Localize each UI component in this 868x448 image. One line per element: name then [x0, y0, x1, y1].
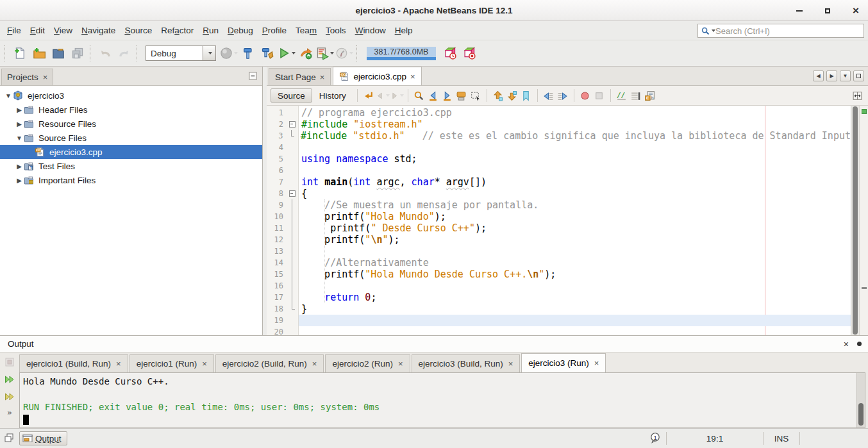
rerun-icon[interactable] — [3, 373, 17, 386]
code-line-11[interactable]: 11 printf(" Desde Curso C++"); — [267, 222, 851, 234]
code-line-1[interactable]: 1// programa ejercicio3.cpp — [267, 107, 851, 119]
code-line-12[interactable]: 12 printf("\n"); — [267, 234, 851, 245]
code-line-3[interactable]: 3#include "stdio.h" // este es el cambio… — [267, 130, 851, 142]
previous-bookmark-icon[interactable] — [491, 88, 505, 103]
menu-team[interactable]: Team — [291, 22, 321, 40]
tab-close-icon[interactable]: × — [594, 359, 599, 367]
find-next-icon[interactable] — [440, 88, 455, 103]
search-icon[interactable] — [701, 26, 710, 36]
shift-left-icon[interactable] — [542, 88, 556, 103]
menu-window[interactable]: Window — [351, 22, 390, 40]
projects-tab-close-icon[interactable]: × — [43, 73, 48, 81]
stop-macro-icon[interactable] — [592, 88, 606, 103]
back-icon[interactable] — [376, 88, 390, 103]
find-previous-icon[interactable] — [426, 88, 440, 103]
clean-build-icon[interactable] — [258, 44, 276, 62]
menu-profile[interactable]: Profile — [258, 22, 291, 40]
run-project-icon[interactable] — [278, 44, 296, 62]
output-scrollbar[interactable] — [856, 373, 865, 427]
code-fold-start-icon[interactable] — [286, 188, 299, 199]
code-line-8[interactable]: 8{ — [267, 188, 851, 199]
editor-tab-start-page[interactable]: Start Page× — [269, 68, 331, 85]
menu-tools[interactable]: Tools — [321, 22, 351, 40]
tab-close-icon[interactable]: × — [398, 360, 403, 368]
source-view-button[interactable]: Source — [271, 88, 312, 103]
memory-indicator[interactable]: 381.7/768.0MB — [367, 47, 436, 60]
scroll-tabs-right-icon[interactable]: ▶ — [826, 71, 837, 81]
code-line-17[interactable]: 17 return 0; — [267, 292, 851, 303]
code-line-13[interactable]: 13 — [267, 245, 851, 257]
editor-scrollbar[interactable] — [851, 106, 859, 335]
new-project-icon[interactable] — [30, 44, 48, 62]
comment-icon[interactable]: // — [615, 88, 629, 103]
expand-arrow-icon[interactable]: ▶ — [15, 106, 24, 113]
minimize-panel-icon[interactable] — [248, 71, 258, 81]
split-document-icon[interactable] — [850, 88, 864, 103]
tab-close-icon[interactable]: × — [312, 360, 317, 368]
tree-item-header-files[interactable]: ▶Header Files — [0, 103, 262, 117]
find-selection-icon[interactable] — [412, 88, 426, 103]
expand-arrow-icon[interactable]: ▶ — [15, 177, 24, 184]
output-tab-ejercicio2-build-run-[interactable]: ejercicio2 (Build, Run)× — [215, 354, 324, 372]
tab-close-icon[interactable]: × — [320, 73, 325, 81]
tab-projects[interactable]: Projects × — [1, 69, 53, 85]
code-line-10[interactable]: 10 printf("Hola Mundo"); — [267, 211, 851, 222]
profiler-gauge-icon[interactable] — [335, 44, 353, 62]
next-bookmark-icon[interactable] — [505, 88, 519, 103]
debug-project-icon[interactable] — [297, 44, 315, 62]
expand-arrow-icon[interactable]: ▶ — [15, 163, 24, 170]
code-line-2[interactable]: 2#include "iostream.h" — [267, 119, 851, 130]
tree-item-test-files[interactable]: ▶TTest Files — [0, 159, 262, 173]
code-line-9[interactable]: 9 //Se muestra un mensaje por pantalla. — [267, 199, 851, 211]
menu-view[interactable]: View — [49, 22, 77, 40]
build-project-icon[interactable] — [239, 44, 257, 62]
open-project-icon[interactable] — [49, 44, 67, 62]
menu-edit[interactable]: Edit — [26, 22, 49, 40]
double-chevron-icon[interactable]: » — [7, 408, 12, 417]
error-stripe[interactable] — [859, 106, 868, 335]
tree-item-resource-files[interactable]: ▶Resource Files — [0, 117, 262, 131]
editor-tab-ejercicio3-cpp[interactable]: CCejercicio3.cpp× — [333, 67, 421, 85]
profile-project-icon-dropdown[interactable] — [330, 52, 334, 54]
toggle-bookmark-icon[interactable] — [519, 88, 533, 103]
menu-help[interactable]: Help — [390, 22, 417, 40]
history-view-button[interactable]: History — [312, 88, 353, 103]
expand-arrow-icon[interactable]: ▶ — [15, 120, 24, 128]
profiler-telemetry-icon[interactable] — [441, 44, 459, 62]
opened-documents-icon[interactable]: ▼ — [840, 71, 851, 81]
menu-refactor[interactable]: Refactor — [156, 22, 198, 40]
output-float-dot-icon[interactable] — [857, 342, 862, 346]
record-macro-icon[interactable] — [578, 88, 592, 103]
restore-window-group-icon[interactable] — [4, 433, 15, 444]
minimize-button[interactable] — [794, 5, 805, 17]
save-all-icon[interactable] — [69, 44, 87, 62]
output-close-icon[interactable]: × — [844, 339, 849, 349]
search-input[interactable] — [715, 26, 861, 36]
code-line-4[interactable]: 4 — [267, 142, 851, 153]
code-line-14[interactable]: 14 //Alternativamente — [267, 257, 851, 269]
output-tab-ejercicio3-run-[interactable]: ejercicio3 (Run)× — [521, 353, 606, 372]
undo-icon[interactable] — [96, 44, 114, 62]
output-tab-ejercicio1-run-[interactable]: ejercicio1 (Run)× — [129, 354, 214, 372]
collapse-arrow-icon[interactable]: ▼ — [4, 92, 13, 99]
maximize-editor-icon[interactable] — [853, 71, 864, 81]
forward-icon-dropdown[interactable] — [400, 94, 404, 97]
rectangular-selection-icon[interactable] — [469, 88, 483, 103]
output-tab-ejercicio3-build-run-[interactable]: ejercicio3 (Build, Run)× — [412, 354, 521, 372]
output-tab-ejercicio1-build-run-[interactable]: ejercicio1 (Build, Run)× — [19, 354, 128, 372]
notifications-icon[interactable]: 1 — [649, 432, 664, 445]
header-source-toggle-icon[interactable]: Ch — [643, 88, 657, 103]
run-project-icon-dropdown[interactable] — [292, 52, 296, 54]
menu-navigate[interactable]: Navigate — [77, 22, 120, 40]
code-line-16[interactable]: 16 — [267, 280, 851, 292]
code-line-7[interactable]: 7int main(int argc, char* argv[]) — [267, 176, 851, 188]
tab-close-icon[interactable]: × — [116, 360, 121, 368]
profiler-gauge-icon-dropdown[interactable] — [349, 52, 353, 54]
tab-close-icon[interactable]: × — [508, 360, 513, 368]
shift-right-icon[interactable] — [556, 88, 570, 103]
code-editor[interactable]: 1// programa ejercicio3.cpp2#include "io… — [267, 106, 868, 335]
new-file-icon[interactable] — [11, 44, 29, 62]
uncomment-icon[interactable] — [629, 88, 643, 103]
collapse-arrow-icon[interactable]: ▼ — [15, 135, 24, 142]
tab-close-icon[interactable]: × — [202, 360, 207, 368]
